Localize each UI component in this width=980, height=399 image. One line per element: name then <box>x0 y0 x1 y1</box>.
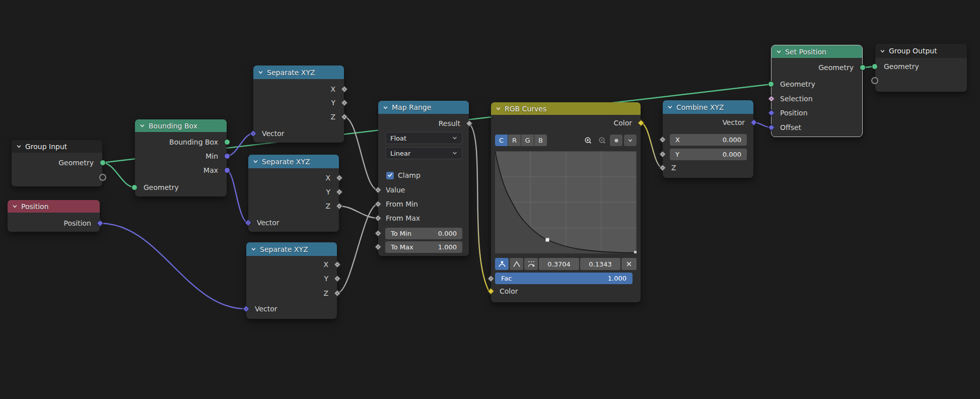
node-editor-canvas[interactable]: Group Input Geometry Position Position B… <box>0 0 980 399</box>
point-y-field[interactable]: 0.1343 <box>580 258 620 270</box>
to-max-field[interactable]: To Max 1.000 <box>385 241 462 253</box>
zoom-out-button[interactable] <box>596 135 608 146</box>
node-header-bounding-box[interactable]: Bounding Box <box>135 119 227 132</box>
node-separate-xyz-2[interactable]: Separate XYZ X Y Z Vector <box>248 155 339 232</box>
node-header-position[interactable]: Position <box>8 200 100 213</box>
handle-auto-clamped-button[interactable] <box>524 258 538 270</box>
socket-boundingbox-output[interactable] <box>224 139 230 145</box>
socket-label: Selection <box>780 95 813 103</box>
socket-row: Geometry <box>772 60 862 75</box>
socket-row: From Max <box>378 211 469 225</box>
socket-row: Position <box>772 106 862 120</box>
collapse-chevron-icon <box>880 48 885 54</box>
node-header-set-position[interactable]: Set Position <box>772 45 862 58</box>
node-separate-xyz-3[interactable]: Separate XYZ X Y Z Vector <box>246 242 337 319</box>
socket-label: Geometry <box>884 62 919 71</box>
zoom-in-button[interactable] <box>582 135 594 146</box>
data-type-dropdown[interactable]: Float <box>385 132 462 144</box>
socket-row: Z <box>253 110 344 124</box>
node-header-separate-xyz[interactable]: Separate XYZ <box>248 155 339 168</box>
socket-row: Y <box>246 272 337 286</box>
interpolation-dropdown[interactable]: Linear <box>385 147 462 159</box>
socket-row: Color <box>491 284 641 298</box>
y-field[interactable]: Y 0.000 <box>670 149 747 160</box>
x-label: X <box>675 136 680 144</box>
socket-row: Min <box>135 149 227 163</box>
socket-label: Z <box>323 289 328 297</box>
to-max-value: 1.000 <box>438 243 457 251</box>
socket-max-output[interactable] <box>224 167 230 173</box>
handle-auto-button[interactable] <box>495 258 509 270</box>
handle-vector-button[interactable] <box>510 258 523 270</box>
node-group-output[interactable]: Group Output Geometry <box>875 44 967 92</box>
socket-geometry-input[interactable] <box>131 184 137 190</box>
clamp-checkbox[interactable] <box>386 172 394 179</box>
node-header-group-input[interactable]: Group Input <box>12 140 102 153</box>
to-min-label: To Min <box>391 230 411 237</box>
node-header-combine-xyz[interactable]: Combine XYZ <box>663 100 753 114</box>
collapse-chevron-icon <box>16 144 22 149</box>
socket-virtual-output[interactable] <box>99 174 106 181</box>
socket-label: Z <box>671 164 676 172</box>
socket-geometry-input[interactable] <box>768 81 774 87</box>
socket-label: X <box>323 260 328 269</box>
node-header-rgb-curves[interactable]: RGB Curves <box>491 102 641 115</box>
node-combine-xyz[interactable]: Combine XYZ Vector X 0.000 Y 0.000 Z <box>663 100 753 178</box>
socket-row: Y <box>253 96 344 110</box>
curve-control-point-selected <box>546 238 549 242</box>
socket-row: X <box>253 82 344 96</box>
socket-label: Vector <box>262 129 285 138</box>
clipping-options-button[interactable] <box>610 135 622 146</box>
fac-slider[interactable]: Fac 1.000 <box>495 273 633 284</box>
node-set-position[interactable]: Set Position Geometry Geometry Selection… <box>772 45 862 137</box>
channel-b-button[interactable]: B <box>534 135 547 146</box>
node-title: Set Position <box>785 48 826 56</box>
node-group-input[interactable]: Group Input Geometry <box>12 140 102 186</box>
x-field[interactable]: X 0.000 <box>670 134 747 146</box>
y-label: Y <box>675 151 679 158</box>
node-title: Map Range <box>392 103 431 111</box>
socket-label: X <box>325 174 330 182</box>
socket-label: Geometry <box>818 63 854 72</box>
curve-tools-dropdown[interactable] <box>624 135 637 146</box>
node-title: Separate XYZ <box>262 158 310 166</box>
node-position[interactable]: Position Position <box>8 200 100 232</box>
socket-virtual-input[interactable] <box>871 77 878 84</box>
socket-label: From Min <box>386 200 418 208</box>
node-header-group-output[interactable]: Group Output <box>875 44 967 58</box>
node-separate-xyz-1[interactable]: Separate XYZ X Y Z Vector <box>253 65 344 143</box>
handle-vector-icon <box>513 260 521 268</box>
socket-geometry-input[interactable] <box>872 63 878 70</box>
node-title: Position <box>21 203 49 211</box>
node-rgb-curves[interactable]: RGB Curves Color C R G B <box>491 102 641 302</box>
socket-row: Geometry <box>772 77 862 91</box>
socket-geometry-output[interactable] <box>100 160 106 166</box>
node-bounding-box[interactable]: Bounding Box Bounding Box Min Max Geomet… <box>135 119 227 196</box>
socket-row: Vector <box>248 216 339 230</box>
socket-label: From Max <box>386 214 420 222</box>
channel-g-button[interactable]: G <box>521 135 534 146</box>
to-min-value: 0.000 <box>438 230 457 237</box>
delete-point-button[interactable] <box>621 258 637 270</box>
point-x-field[interactable]: 0.3704 <box>539 258 579 270</box>
wire-groupinput-boundingbox <box>102 163 135 187</box>
curve-editor[interactable] <box>495 151 637 255</box>
socket-geometry-output[interactable] <box>860 64 866 71</box>
collapse-chevron-icon <box>383 105 388 110</box>
socket-row: Color <box>491 116 641 130</box>
socket-row: Position <box>8 216 100 230</box>
to-min-field[interactable]: To Min 0.000 <box>385 228 462 239</box>
node-map-range[interactable]: Map Range Result Float Linear Clamp Valu… <box>378 101 469 256</box>
socket-label: Geometry <box>58 159 94 167</box>
channel-c-button[interactable]: C <box>495 135 508 146</box>
node-header-map-range[interactable]: Map Range <box>378 101 469 114</box>
socket-row: Geometry <box>135 180 227 194</box>
fac-label: Fac <box>501 275 512 282</box>
handle-auto-clamped-icon <box>527 260 535 268</box>
socket-min-output[interactable] <box>224 153 230 159</box>
channel-r-button[interactable]: R <box>508 135 521 146</box>
wire-result-rgbcurves <box>469 123 489 291</box>
socket-label: Offset <box>780 123 801 131</box>
node-header-separate-xyz[interactable]: Separate XYZ <box>253 65 344 79</box>
node-header-separate-xyz[interactable]: Separate XYZ <box>246 242 337 256</box>
